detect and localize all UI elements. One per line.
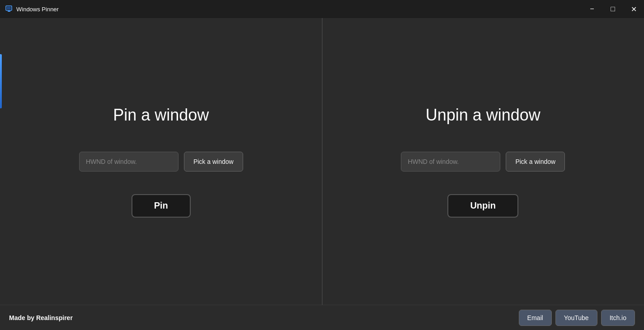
title-bar: Windows Pinner − □ ✕: [0, 0, 644, 18]
youtube-button[interactable]: YouTube: [555, 310, 597, 326]
maximize-button[interactable]: □: [602, 0, 623, 18]
window-controls: − □ ✕: [582, 0, 644, 18]
pin-action-button[interactable]: Pin: [132, 194, 191, 218]
unpin-input-row: Pick a window: [401, 152, 565, 172]
pin-controls: Pick a window Pin: [18, 152, 304, 218]
app-icon: [5, 5, 13, 13]
unpin-controls: Pick a window Unpin: [340, 152, 626, 218]
pin-pick-window-button[interactable]: Pick a window: [184, 152, 243, 172]
svg-rect-1: [7, 7, 11, 9]
footer-credit: Made by Realinspirer: [9, 314, 73, 321]
itch-button[interactable]: Itch.io: [601, 310, 635, 326]
pin-hwnd-input[interactable]: [79, 152, 179, 172]
side-accent: [0, 54, 2, 108]
minimize-button[interactable]: −: [582, 0, 602, 18]
title-bar-left: Windows Pinner: [5, 5, 59, 13]
pin-panel: Pin a window Pick a window Pin: [0, 18, 322, 305]
unpin-panel: Unpin a window Pick a window Unpin: [322, 18, 644, 305]
app-title: Windows Pinner: [16, 6, 59, 13]
panel-divider: [322, 18, 322, 305]
unpin-action-button[interactable]: Unpin: [447, 194, 518, 218]
pin-panel-title: Pin a window: [113, 106, 209, 125]
main-content: Pin a window Pick a window Pin Unpin a w…: [0, 18, 644, 305]
email-button[interactable]: Email: [519, 310, 552, 326]
footer-buttons: Email YouTube Itch.io: [519, 310, 635, 326]
unpin-hwnd-input[interactable]: [401, 152, 500, 172]
unpin-panel-title: Unpin a window: [426, 106, 541, 125]
unpin-pick-window-button[interactable]: Pick a window: [506, 152, 565, 172]
svg-rect-2: [8, 11, 10, 12]
footer: Made by Realinspirer Email YouTube Itch.…: [0, 305, 644, 330]
close-button[interactable]: ✕: [623, 0, 644, 18]
pin-input-row: Pick a window: [79, 152, 243, 172]
